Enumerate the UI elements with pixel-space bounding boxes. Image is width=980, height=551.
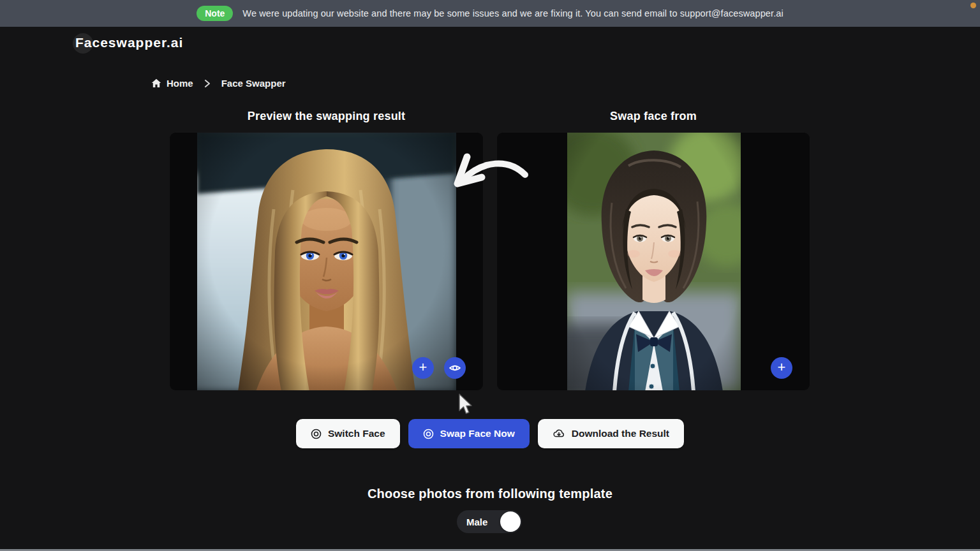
note-badge: Note (197, 6, 233, 22)
plus-icon: + (419, 360, 427, 374)
result-panel: + (169, 132, 484, 391)
add-photo-button[interactable]: + (412, 357, 434, 379)
gender-toggle[interactable]: Male (457, 510, 522, 533)
notification-message: We were updating our website and there m… (242, 8, 783, 18)
orange-indicator-dot (970, 3, 976, 8)
eye-icon (449, 362, 461, 374)
breadcrumb-home-label: Home (167, 78, 193, 89)
swap-face-now-label: Swap Face Now (440, 428, 515, 439)
toggle-knob[interactable] (500, 511, 521, 532)
action-button-row: Switch Face Swap Face Now Download the R… (0, 419, 980, 448)
swap-direction-arrow-icon (443, 153, 533, 199)
preview-eye-button[interactable] (444, 357, 466, 379)
breadcrumb-current: Face Swapper (221, 78, 286, 89)
swap-face-now-button[interactable]: Swap Face Now (408, 419, 530, 448)
mouse-cursor-icon (457, 393, 472, 416)
result-photo (197, 133, 456, 391)
breadcrumb-home-link[interactable]: Home (151, 78, 193, 89)
home-icon (151, 78, 161, 88)
template-heading: Choose photos from following template (0, 487, 980, 501)
plus-icon: + (778, 360, 786, 374)
source-panel[interactable]: + (496, 132, 810, 391)
notification-bar: Note We were updating our website and th… (0, 0, 980, 27)
result-panel-title: Preview the swapping result (169, 110, 484, 123)
download-result-label: Download the Result (572, 428, 669, 439)
download-result-button[interactable]: Download the Result (538, 419, 684, 448)
logo-text: Faceswapper.ai (75, 35, 183, 50)
switch-face-button[interactable]: Switch Face (296, 419, 400, 448)
upload-source-button[interactable]: + (771, 357, 792, 379)
source-photo (567, 133, 741, 391)
swap-face-icon (423, 429, 434, 439)
page: Note We were updating our website and th… (0, 0, 980, 551)
logo[interactable]: Faceswapper.ai (75, 35, 183, 50)
cloud-download-icon (553, 427, 565, 440)
switch-face-label: Switch Face (328, 428, 385, 439)
switch-face-icon (311, 429, 322, 439)
breadcrumb: Home Face Swapper (151, 78, 286, 89)
gender-toggle-label: Male (466, 517, 487, 527)
chevron-right-icon (204, 79, 211, 88)
source-panel-title: Swap face from (496, 110, 810, 123)
